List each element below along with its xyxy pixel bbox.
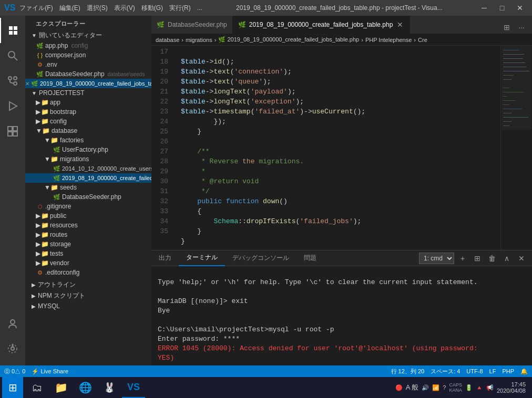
- more-actions-button[interactable]: ···: [515, 21, 528, 34]
- menu-select[interactable]: 選択(S): [87, 4, 108, 13]
- project-section[interactable]: ▼ PROJECTTEST: [25, 88, 151, 98]
- taskbar-app-xampp[interactable]: 🐰: [98, 377, 121, 398]
- open-file-dbseeder[interactable]: 🌿 DatabaseSeeder.php database\seeds: [25, 69, 151, 79]
- split-editor-button[interactable]: ⊞: [500, 21, 513, 34]
- menu-goto[interactable]: 移動(G): [141, 4, 163, 13]
- title-bar-left: VS ファイル(F) 編集(E) 選択(S) 表示(V) 移動(G) 実行(R)…: [4, 3, 202, 13]
- split-terminal-button[interactable]: ⊞: [471, 252, 484, 265]
- tree-config[interactable]: ▶ 📁 config: [25, 117, 151, 126]
- tray-japanese-a[interactable]: A 般: [406, 383, 419, 392]
- breadcrumb-file[interactable]: 🌿 2019_08_19_000000_create_failed_jobs_t…: [218, 36, 359, 43]
- breadcrumb-intelephense[interactable]: PHP Intelephense: [365, 37, 412, 43]
- start-button[interactable]: ⊞: [2, 377, 23, 398]
- breadcrumb-migrations[interactable]: migrations: [186, 37, 212, 43]
- tree-bootstrap[interactable]: ▶ 📁 bootstrap: [25, 107, 151, 117]
- tree-storage[interactable]: ▶ 📁 storage: [25, 239, 151, 249]
- status-liveshare[interactable]: ⚡ Live Share: [32, 368, 68, 375]
- open-file-composer[interactable]: { } composer.json: [25, 50, 151, 60]
- taskbar-app-vscode[interactable]: VS: [122, 377, 145, 398]
- add-terminal-button[interactable]: +: [456, 252, 469, 265]
- tree-migrations[interactable]: ▼ 📁 migrations: [25, 154, 151, 164]
- tree-dbseeder[interactable]: 🌿 DatabaseSeeder.php: [25, 192, 151, 202]
- tree-create-users[interactable]: 🌿 2014_10_12_000000_create_users_table.p…: [25, 164, 151, 173]
- tab-failed-jobs-close[interactable]: ✕: [396, 20, 404, 29]
- tab-dbseeder[interactable]: 🌿 DatabaseSeeder.php: [151, 16, 233, 34]
- tree-vendor[interactable]: ▶ 📁 vendor: [25, 258, 151, 268]
- tree-database[interactable]: ▼ 📁 database: [25, 126, 151, 135]
- activity-extensions[interactable]: [0, 119, 25, 144]
- activity-explorer[interactable]: [0, 18, 25, 43]
- activity-source-control[interactable]: [0, 68, 25, 93]
- clock-date: 2020/04/08: [497, 387, 526, 394]
- status-bell[interactable]: 🔔: [520, 368, 528, 375]
- maximize-panel-button[interactable]: ∧: [500, 252, 513, 265]
- tray-arrow[interactable]: 🔺: [476, 384, 483, 391]
- panel-tab-problems[interactable]: 問題: [296, 250, 324, 266]
- close-button[interactable]: ✕: [512, 3, 528, 13]
- tree-editorconfig[interactable]: ⚙ .editorconfig: [25, 268, 151, 277]
- tree-public[interactable]: ▶ 📁 public: [25, 211, 151, 221]
- kill-terminal-button[interactable]: 🗑: [486, 252, 498, 265]
- open-file-failed-jobs-active[interactable]: ✕ 🌿 2019_08_19_000000_create_failed_jobs…: [25, 79, 151, 88]
- tab-failed-jobs[interactable]: 🌿 2019_08_19_000000_create_failed_jobs_t…: [233, 16, 411, 34]
- taskbar-app-browser[interactable]: 🌐: [74, 377, 97, 398]
- bootstrap-folder-icon: 📁: [40, 108, 49, 116]
- breadcrumb-database[interactable]: database: [156, 37, 179, 43]
- status-bar-right: 行 12、列 20 スペース: 4 UTF-8 LF PHP 🔔: [391, 368, 528, 375]
- mysql-section[interactable]: ▶ MYSQL: [25, 301, 151, 311]
- terminal-dropdown[interactable]: 1: cmd: [419, 253, 454, 264]
- open-file-env[interactable]: ⚙ .env: [25, 60, 151, 69]
- maximize-button[interactable]: □: [494, 3, 510, 13]
- svg-point-16: [11, 320, 15, 324]
- menu-run[interactable]: 実行(R): [169, 4, 191, 13]
- status-position[interactable]: 行 12、列 20: [391, 368, 425, 375]
- open-editors-section[interactable]: ▼ 開いているエディター: [25, 30, 151, 41]
- close-icon-active[interactable]: ✕: [25, 81, 29, 87]
- tree-routes[interactable]: ▶ 📁 routes: [25, 230, 151, 239]
- panel-tab-output[interactable]: 出力: [151, 250, 179, 266]
- status-spaces[interactable]: スペース: 4: [431, 368, 460, 375]
- tray-sound[interactable]: 🔊: [422, 384, 429, 391]
- tree-factories[interactable]: ▼ 📁 factories: [25, 135, 151, 145]
- tab-dbseeder-icon: 🌿: [157, 21, 165, 28]
- activity-search[interactable]: [0, 43, 25, 68]
- tray-battery: 🔋: [465, 384, 473, 391]
- status-errors[interactable]: ⓪ 0△ 0: [4, 368, 25, 375]
- tree-bootstrap-label: bootstrap: [50, 108, 76, 116]
- menu-edit[interactable]: 編集(E): [59, 4, 80, 13]
- status-eol[interactable]: LF: [489, 368, 496, 374]
- tree-userfactory[interactable]: 🌿 UserFactory.php: [25, 145, 151, 154]
- tree-seeds[interactable]: ▼ 📁 seeds: [25, 183, 151, 192]
- failed-jobs-tree-icon: 🌿: [53, 174, 61, 182]
- tray-speaker[interactable]: 📢: [486, 384, 494, 391]
- terminal-content[interactable]: Type 'help;' or '\h' for help. Type '\c'…: [151, 266, 532, 365]
- tray-network[interactable]: 📶: [432, 384, 439, 391]
- npm-section[interactable]: ▶ NPM スクリプト: [25, 290, 151, 301]
- panel-tab-debug[interactable]: デバッグコンソール: [225, 250, 296, 266]
- taskbar-app-folders[interactable]: 🗂: [25, 377, 48, 398]
- activity-settings[interactable]: [0, 336, 25, 361]
- tray-question[interactable]: ?: [443, 384, 446, 391]
- status-language[interactable]: PHP: [502, 368, 514, 374]
- outline-section[interactable]: ▶ アウトライン: [25, 279, 151, 290]
- menu-file[interactable]: ファイル(F): [19, 4, 53, 13]
- status-encoding[interactable]: UTF-8: [466, 368, 483, 374]
- tree-tests[interactable]: ▶ 📁 tests: [25, 249, 151, 258]
- menu-view[interactable]: 表示(V): [114, 4, 135, 13]
- close-panel-button[interactable]: ✕: [515, 252, 528, 265]
- menu-more[interactable]: ...: [197, 4, 202, 12]
- clock[interactable]: 17:45 2020/04/08: [497, 381, 526, 394]
- tree-app[interactable]: ▶ 📁 app: [25, 98, 151, 107]
- tree-resources[interactable]: ▶ 📁 resources: [25, 221, 151, 230]
- tree-gitignore[interactable]: ⬡ .gitignore: [25, 202, 151, 211]
- open-file-app-php[interactable]: 🌿 app.php config: [25, 41, 151, 50]
- tree-app-label: app: [50, 99, 60, 106]
- taskbar-app-files[interactable]: 📁: [49, 377, 73, 398]
- activity-debug[interactable]: [0, 93, 25, 119]
- open-editors-arrow: ▼: [32, 33, 37, 38]
- minimize-button[interactable]: ─: [476, 3, 492, 13]
- tree-failed-jobs[interactable]: 🌿 2019_08_19_000000_create_failed_jobs_t…: [25, 173, 151, 183]
- activity-accounts[interactable]: [0, 311, 25, 336]
- code-content[interactable]: $table->id(); $table->text('connection')…: [172, 46, 500, 250]
- panel-tab-terminal[interactable]: ターミナル: [179, 250, 225, 266]
